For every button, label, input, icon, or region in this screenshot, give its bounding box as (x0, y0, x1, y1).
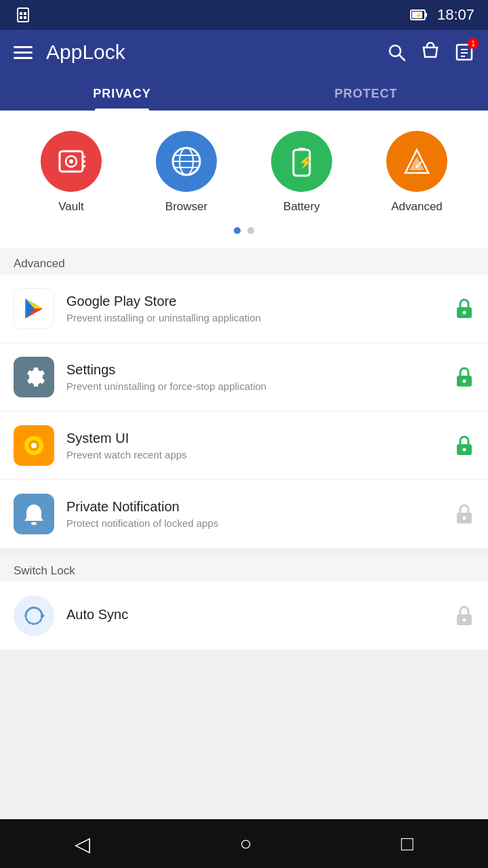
dot-1 (234, 227, 241, 234)
google-play-icon (14, 288, 54, 329)
notification-badge: 1 (468, 38, 479, 49)
dot-2 (247, 227, 254, 234)
system-ui-desc: Prevent watch recent apps (66, 449, 442, 460)
svg-text:⚡: ⚡ (415, 12, 423, 20)
tab-bar: PRIVACY PROTECT (0, 75, 488, 111)
private-notif-lock[interactable] (454, 503, 474, 525)
back-button[interactable]: ◁ (54, 825, 110, 863)
system-ui-icon (14, 425, 54, 466)
card-vault[interactable]: Vault (41, 131, 102, 214)
menu-line (14, 57, 33, 59)
status-bar: ⚡ 18:07 (0, 0, 488, 30)
menu-line (14, 46, 33, 48)
switch-lock-section-header: Switch Lock (0, 555, 488, 582)
svg-rect-1 (20, 12, 22, 15)
google-play-lock[interactable] (454, 298, 474, 319)
svg-point-49 (463, 618, 466, 622)
list-item-google-play[interactable]: Google Play Store Prevent installing or … (0, 275, 488, 343)
settings-lock[interactable] (454, 366, 474, 388)
svg-rect-44 (31, 522, 37, 525)
header-icons: 1 (386, 42, 474, 62)
app-title: AppLock (46, 41, 373, 64)
card-advanced[interactable]: ✓ Advanced (386, 131, 447, 214)
google-play-title: Google Play Store (66, 294, 442, 309)
carousel-dots (14, 227, 474, 234)
advanced-list: Google Play Store Prevent installing or … (0, 275, 488, 548)
notification-button[interactable]: 1 (454, 42, 474, 62)
vault-label: Vault (58, 200, 84, 214)
auto-sync-lock[interactable] (454, 605, 474, 627)
settings-desc: Prevent uninstalling or force-stop appli… (66, 380, 442, 392)
list-item-private-notif[interactable]: Private Notification Protect notificatio… (0, 480, 488, 548)
svg-line-10 (399, 55, 405, 60)
svg-point-43 (463, 448, 466, 452)
svg-point-38 (463, 380, 466, 383)
search-button[interactable] (386, 42, 407, 62)
settings-title: Settings (66, 362, 442, 378)
svg-point-41 (31, 443, 37, 448)
auto-sync-text: Auto Sync (66, 607, 442, 625)
auto-sync-icon (14, 595, 54, 636)
browser-icon (156, 131, 217, 192)
battery-feature-icon: ⚡ (271, 131, 332, 192)
advanced-icon: ✓ (386, 131, 447, 192)
private-notif-text: Private Notification Protect notificatio… (66, 499, 442, 529)
list-item-settings[interactable]: Settings Prevent uninstalling or force-s… (0, 343, 488, 412)
sim-icon (14, 5, 33, 24)
svg-point-17 (69, 159, 73, 163)
svg-rect-2 (24, 12, 26, 15)
tab-privacy[interactable]: PRIVACY (0, 75, 244, 111)
advanced-section-header: Advanced (0, 248, 488, 275)
auto-sync-title: Auto Sync (66, 607, 442, 623)
cards-row: Vault Browser ⚡ (14, 131, 474, 214)
svg-marker-47 (41, 612, 45, 620)
switch-lock-title: Switch Lock (14, 564, 75, 577)
home-button[interactable]: ○ (219, 825, 272, 862)
google-play-text: Google Play Store Prevent installing or … (66, 294, 442, 323)
system-ui-lock[interactable] (454, 435, 474, 456)
list-item-auto-sync[interactable]: Auto Sync (0, 582, 488, 650)
card-browser[interactable]: Browser (156, 131, 217, 214)
tab-protect[interactable]: PROTECT (244, 75, 488, 111)
svg-text:⚡: ⚡ (298, 155, 314, 170)
notification-app-icon (14, 494, 54, 534)
navigation-bar: ◁ ○ □ (0, 819, 488, 868)
vault-icon (41, 131, 102, 192)
list-item-system-ui[interactable]: System UI Prevent watch recent apps (0, 412, 488, 480)
advanced-section-title: Advanced (14, 257, 65, 270)
status-time: 18:07 (437, 6, 474, 24)
menu-button[interactable] (14, 46, 33, 59)
svg-text:✓: ✓ (414, 159, 423, 171)
recents-button[interactable]: □ (381, 825, 434, 862)
card-battery[interactable]: ⚡ Battery (271, 131, 332, 214)
app-header: AppLock 1 (0, 30, 488, 75)
svg-rect-3 (20, 16, 22, 19)
system-ui-title: System UI (66, 431, 442, 446)
menu-line (14, 52, 33, 54)
private-notif-desc: Protect notification of locked apps (66, 517, 442, 529)
advanced-label: Advanced (391, 200, 443, 214)
store-button[interactable] (420, 42, 441, 62)
browser-label: Browser (165, 200, 207, 214)
svg-point-46 (463, 517, 466, 520)
svg-rect-0 (18, 8, 28, 22)
settings-text: Settings Prevent uninstalling or force-s… (66, 362, 442, 392)
battery-icon: ⚡ (410, 8, 428, 22)
svg-rect-7 (425, 13, 427, 17)
battery-label: Battery (283, 200, 320, 214)
svg-point-36 (463, 311, 466, 315)
system-ui-text: System UI Prevent watch recent apps (66, 431, 442, 460)
private-notif-title: Private Notification (66, 499, 442, 515)
google-play-desc: Prevent installing or uninstalling appli… (66, 312, 442, 323)
feature-cards: Vault Browser ⚡ (0, 111, 488, 248)
settings-app-icon (14, 357, 54, 397)
svg-rect-4 (24, 16, 26, 19)
svg-rect-27 (298, 148, 305, 151)
